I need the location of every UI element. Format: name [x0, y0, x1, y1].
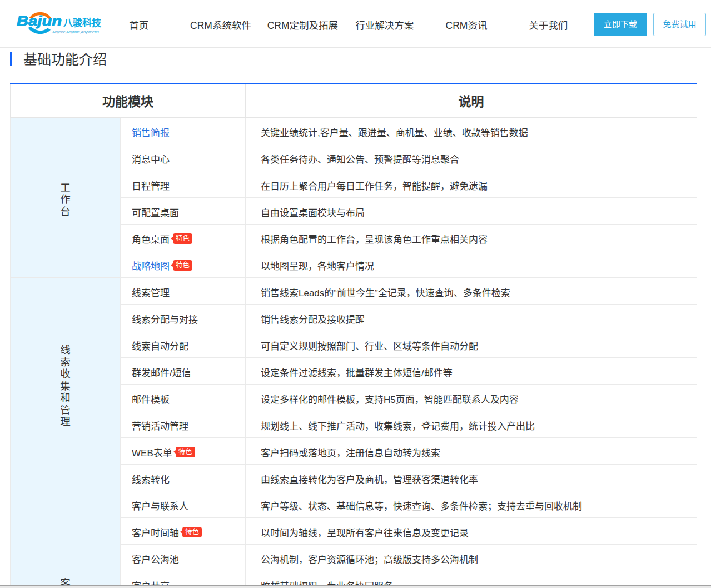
svg-text:八骏科技: 八骏科技: [63, 17, 102, 28]
svg-text:Bajun: Bajun: [17, 14, 62, 28]
svg-text:Anyone,Anytime,Anywhere!: Anyone,Anytime,Anywhere!: [52, 29, 99, 34]
